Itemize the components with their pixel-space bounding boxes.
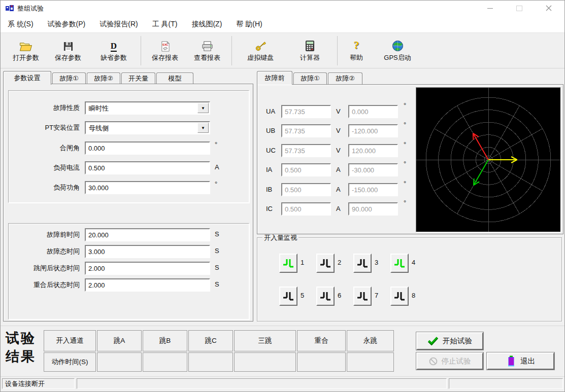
switch-contact-icon bbox=[319, 290, 331, 302]
field-label: 故障态时间 bbox=[9, 245, 80, 258]
stop-test-label: 停止试验 bbox=[442, 357, 471, 366]
prefault-time-input[interactable] bbox=[85, 228, 210, 241]
toolbar-gps-start-button[interactable]: GPS启动 bbox=[372, 35, 423, 66]
switch-contact-icon bbox=[282, 290, 294, 302]
result-header-cell: 三跳 bbox=[234, 330, 296, 351]
input-monitor-group: 开入量监视 1 2 3 4 5 6 7 8 bbox=[257, 237, 562, 322]
input-channel-6-button[interactable] bbox=[316, 287, 335, 306]
ua-angle-input bbox=[348, 105, 398, 118]
degree-label: ° bbox=[404, 101, 406, 109]
stop-test-button[interactable]: 停止试验 bbox=[416, 352, 483, 370]
divider bbox=[1, 326, 564, 326]
switch-contact-icon bbox=[393, 257, 406, 269]
phasor-row-label: UC bbox=[266, 144, 279, 157]
app-window: 整组试验 系 统(S) 试验参数(P) 试验报告(R) 工 具(T) 接线图(Z… bbox=[0, 0, 565, 392]
tab-prefault[interactable]: 故障前 bbox=[257, 71, 292, 85]
toolbar-save-params-button[interactable]: 保存参数 bbox=[46, 35, 90, 66]
toolbar-help-button[interactable]: ? 帮助 bbox=[341, 35, 372, 66]
unit-label: S bbox=[215, 230, 219, 238]
input-channel-4-button[interactable] bbox=[390, 254, 409, 273]
prefault-panel: UA V ° UB V ° UC V ° IA A ° IB A ° IC A … bbox=[257, 84, 563, 234]
fault-state-time-input[interactable] bbox=[85, 245, 210, 258]
result-row-label: 动作时间(S) bbox=[44, 352, 96, 372]
toolbar-default-params-button[interactable]: D 缺省参数 bbox=[90, 35, 138, 66]
result-cell bbox=[234, 352, 296, 372]
toolbar-calculator-button[interactable]: 计算器 bbox=[286, 35, 334, 66]
maximize-button[interactable] bbox=[505, 1, 534, 16]
switch-contact-icon bbox=[356, 257, 369, 269]
menu-item-help[interactable]: 帮 助(H) bbox=[236, 20, 262, 29]
input-channel-2-button[interactable] bbox=[316, 254, 335, 273]
exit-door-icon bbox=[506, 355, 516, 367]
result-header-cell: 开入通道 bbox=[44, 330, 96, 351]
input-channel-5-button[interactable] bbox=[279, 287, 297, 306]
unit-label: A bbox=[336, 205, 341, 212]
switch-contact-icon bbox=[282, 257, 294, 269]
input-channel-3-button[interactable] bbox=[353, 254, 372, 273]
tab-switching[interactable]: 开关量 bbox=[121, 73, 155, 84]
menu-item-system[interactable]: 系 统(S) bbox=[8, 20, 34, 29]
save-floppy-icon bbox=[63, 39, 74, 52]
tab-model[interactable]: 模型 bbox=[156, 73, 193, 84]
tab-fault1-right[interactable]: 故障① bbox=[293, 73, 327, 84]
toolbar-label: 帮助 bbox=[350, 53, 363, 62]
input-channel-7-button[interactable] bbox=[353, 287, 372, 306]
ua-magnitude-input bbox=[281, 105, 331, 118]
tab-param-settings[interactable]: 参数设置 bbox=[3, 71, 51, 85]
chevron-down-icon[interactable]: ▼ bbox=[197, 123, 209, 133]
input-channel-8-button[interactable] bbox=[390, 287, 409, 306]
degree-label: ° bbox=[404, 160, 406, 167]
tab-fault2-left[interactable]: 故障② bbox=[87, 73, 120, 84]
tab-fault1-left[interactable]: 故障① bbox=[52, 73, 86, 84]
unit-label: A bbox=[215, 163, 219, 171]
load-current-input[interactable] bbox=[85, 161, 210, 174]
window-title: 整组试验 bbox=[17, 4, 44, 13]
ia-magnitude-input bbox=[281, 163, 331, 176]
unit-label: A bbox=[336, 186, 341, 193]
result-title-line2: 结果 bbox=[6, 347, 36, 366]
degree-label: ° bbox=[404, 121, 406, 128]
toolbar-save-report-button[interactable]: EXL 保存报表 bbox=[144, 35, 186, 66]
input-channel-1-button[interactable] bbox=[279, 254, 297, 273]
toolbar-virtual-keyboard-button[interactable]: 虚拟键盘 bbox=[235, 35, 286, 66]
param-settings-panel: 故障性质 瞬时性 ▼ PT安装位置 母线侧 ▼ 合闸角 ° 负荷电流 A 负荷功… bbox=[3, 84, 253, 322]
ib-magnitude-input bbox=[281, 183, 331, 196]
toolbar-label: 打开参数 bbox=[13, 53, 39, 62]
left-tabstrip: 参数设置 故障① 故障② 开关量 模型 bbox=[3, 70, 194, 84]
exit-button[interactable]: 退出 bbox=[487, 352, 554, 370]
tab-fault2-right[interactable]: 故障② bbox=[328, 73, 362, 84]
field-label: 跳闸后状态时间 bbox=[9, 262, 80, 275]
closing-angle-input[interactable] bbox=[85, 141, 210, 155]
result-title: 试验 结果 bbox=[6, 329, 36, 366]
phasor-diagram bbox=[416, 87, 561, 232]
menu-item-test-params[interactable]: 试验参数(P) bbox=[48, 20, 86, 29]
start-test-button[interactable]: 开始试验 bbox=[416, 332, 483, 350]
fault-param-group: 故障性质 瞬时性 ▼ PT安装位置 母线侧 ▼ 合闸角 ° 负荷电流 A 负荷功… bbox=[8, 90, 249, 203]
menu-item-tools[interactable]: 工 具(T) bbox=[152, 20, 178, 29]
menu-item-wiring-diagram[interactable]: 接线图(Z) bbox=[191, 20, 222, 29]
print-report-icon bbox=[202, 39, 213, 52]
fault-nature-select[interactable]: 瞬时性 ▼ bbox=[85, 101, 210, 115]
maximize-icon bbox=[516, 6, 522, 11]
result-header-cell: 跳B bbox=[143, 330, 187, 351]
minimize-button[interactable] bbox=[475, 1, 505, 16]
post-trip-time-input[interactable] bbox=[85, 262, 210, 275]
toolbar-view-report-button[interactable]: 查看报表 bbox=[186, 35, 228, 66]
pt-location-select[interactable]: 母线侧 ▼ bbox=[85, 121, 210, 134]
save-report-icon: EXL bbox=[160, 39, 171, 52]
close-button[interactable] bbox=[534, 1, 563, 16]
toolbar: 打开参数 保存参数 D 缺省参数 bbox=[1, 32, 564, 68]
degree-label: ° bbox=[404, 180, 406, 187]
toolbar-label: 计算器 bbox=[300, 53, 320, 62]
chevron-down-icon[interactable]: ▼ bbox=[197, 103, 209, 113]
switch-contact-icon bbox=[393, 290, 406, 302]
pt-location-value: 母线侧 bbox=[89, 124, 109, 133]
load-power-angle-input[interactable] bbox=[85, 181, 210, 194]
field-label: 故障性质 bbox=[9, 101, 80, 115]
channel-number: 6 bbox=[338, 292, 341, 299]
phasor-row-label: IA bbox=[266, 163, 279, 176]
toolbar-open-params-button[interactable]: 打开参数 bbox=[6, 35, 46, 66]
unit-label: S bbox=[215, 264, 219, 271]
post-reclose-time-input[interactable] bbox=[85, 278, 210, 292]
menu-item-test-report[interactable]: 试验报告(R) bbox=[99, 20, 138, 29]
